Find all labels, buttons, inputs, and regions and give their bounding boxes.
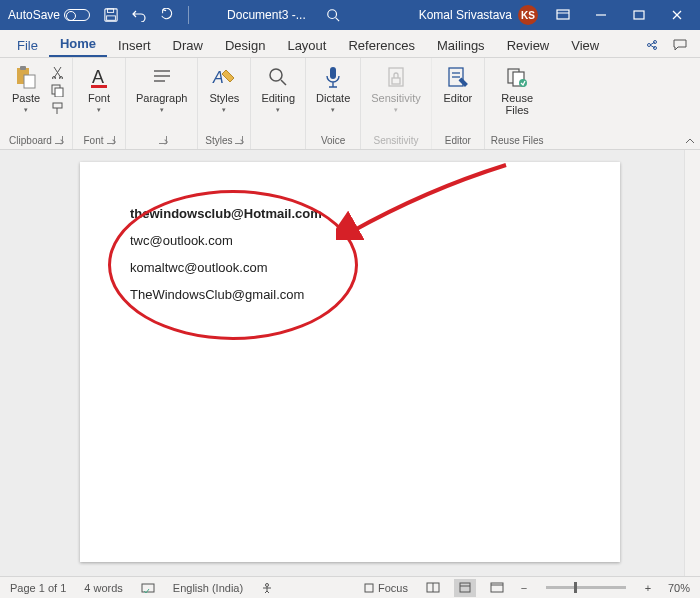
tab-draw[interactable]: Draw bbox=[162, 33, 214, 57]
search-icon[interactable] bbox=[322, 4, 344, 26]
paragraph-icon bbox=[150, 64, 174, 90]
share-icon[interactable] bbox=[638, 33, 666, 57]
comments-icon[interactable] bbox=[666, 33, 694, 57]
ribbon-display-icon[interactable] bbox=[544, 0, 582, 30]
autosave-toggle[interactable]: AutoSave bbox=[4, 8, 94, 22]
ribbon: Paste ▾ Clipboard A Font ▾ Font Paragrap bbox=[0, 58, 700, 150]
chevron-down-icon: ▾ bbox=[24, 106, 28, 114]
tab-file[interactable]: File bbox=[6, 33, 49, 57]
svg-rect-31 bbox=[389, 68, 403, 86]
sensitivity-icon bbox=[384, 64, 408, 90]
language[interactable]: English (India) bbox=[169, 582, 247, 594]
page-number[interactable]: Page 1 of 1 bbox=[6, 582, 70, 594]
accessibility-icon[interactable] bbox=[257, 582, 277, 594]
close-icon[interactable] bbox=[658, 0, 696, 30]
tab-layout[interactable]: Layout bbox=[276, 33, 337, 57]
group-clipboard: Paste ▾ Clipboard bbox=[0, 58, 73, 149]
dialog-launcher-icon[interactable] bbox=[107, 136, 115, 144]
group-voice: Dictate ▾ Voice bbox=[306, 58, 361, 149]
svg-text:A: A bbox=[92, 67, 104, 87]
find-icon bbox=[266, 64, 290, 90]
chevron-down-icon: ▾ bbox=[276, 106, 280, 114]
document-title[interactable]: Document3 -... bbox=[227, 8, 306, 22]
reuse-files-icon bbox=[505, 64, 529, 90]
dialog-launcher-icon[interactable] bbox=[235, 136, 243, 144]
collapse-ribbon-icon[interactable] bbox=[684, 135, 696, 147]
group-editing: Editing ▾ bbox=[251, 58, 306, 149]
minimize-icon[interactable] bbox=[582, 0, 620, 30]
dictate-button[interactable]: Dictate ▾ bbox=[312, 62, 354, 114]
font-button[interactable]: A Font ▾ bbox=[79, 62, 119, 114]
tab-view[interactable]: View bbox=[560, 33, 610, 57]
paste-icon bbox=[14, 64, 38, 90]
undo-icon[interactable] bbox=[128, 4, 150, 26]
styles-icon: A bbox=[212, 64, 236, 90]
doc-line[interactable]: TheWindowsClub@gmail.com bbox=[130, 287, 570, 302]
svg-text:A: A bbox=[212, 69, 224, 86]
svg-rect-21 bbox=[53, 103, 62, 108]
account-button[interactable]: Komal Srivastava KS bbox=[419, 5, 538, 25]
chevron-down-icon: ▾ bbox=[97, 106, 101, 114]
svg-point-11 bbox=[648, 44, 651, 47]
svg-line-29 bbox=[281, 80, 286, 85]
vertical-scrollbar[interactable] bbox=[684, 150, 700, 576]
format-painter-icon[interactable] bbox=[48, 100, 66, 116]
doc-line[interactable]: twc@outlook.com bbox=[130, 233, 570, 248]
cut-icon[interactable] bbox=[48, 64, 66, 80]
dialog-launcher-icon[interactable] bbox=[55, 136, 63, 144]
svg-rect-23 bbox=[91, 85, 107, 88]
paste-button[interactable]: Paste ▾ bbox=[6, 62, 46, 114]
group-styles: A Styles ▾ Styles bbox=[198, 58, 251, 149]
svg-rect-2 bbox=[107, 16, 116, 20]
spellcheck-icon[interactable] bbox=[137, 582, 159, 594]
copy-icon[interactable] bbox=[48, 82, 66, 98]
tab-design[interactable]: Design bbox=[214, 33, 276, 57]
group-sensitivity: Sensitivity ▾ Sensitivity bbox=[361, 58, 432, 149]
doc-line[interactable]: komaltwc@outlook.com bbox=[130, 260, 570, 275]
editor-button[interactable]: Editor bbox=[438, 62, 478, 104]
save-icon[interactable] bbox=[100, 4, 122, 26]
svg-rect-46 bbox=[491, 583, 503, 592]
tab-home[interactable]: Home bbox=[49, 31, 107, 57]
redo-icon[interactable] bbox=[156, 4, 178, 26]
ribbon-tabs: File Home Insert Draw Design Layout Refe… bbox=[0, 30, 700, 58]
zoom-level[interactable]: 70% bbox=[664, 582, 694, 594]
sensitivity-button: Sensitivity ▾ bbox=[367, 62, 425, 114]
zoom-out-icon[interactable]: − bbox=[518, 582, 530, 594]
paragraph-button[interactable]: Paragraph ▾ bbox=[132, 62, 191, 114]
doc-line[interactable]: thewindowsclub@Hotmail.com bbox=[130, 206, 570, 221]
zoom-slider[interactable] bbox=[546, 586, 626, 589]
tab-insert[interactable]: Insert bbox=[107, 33, 162, 57]
svg-rect-32 bbox=[392, 78, 400, 84]
svg-rect-15 bbox=[20, 66, 26, 70]
svg-rect-44 bbox=[460, 583, 470, 592]
reuse-files-button[interactable]: ReuseFiles bbox=[497, 62, 537, 116]
svg-point-28 bbox=[270, 69, 282, 81]
avatar: KS bbox=[518, 5, 538, 25]
title-bar: AutoSave Document3 -... Komal Srivastava… bbox=[0, 0, 700, 30]
tab-review[interactable]: Review bbox=[496, 33, 561, 57]
editing-button[interactable]: Editing ▾ bbox=[257, 62, 299, 114]
maximize-icon[interactable] bbox=[620, 0, 658, 30]
user-name: Komal Srivastava bbox=[419, 8, 512, 22]
autosave-label: AutoSave bbox=[8, 8, 60, 22]
print-layout-icon[interactable] bbox=[454, 579, 476, 597]
svg-line-4 bbox=[335, 18, 339, 22]
word-count[interactable]: 4 words bbox=[80, 582, 127, 594]
svg-rect-41 bbox=[365, 584, 373, 592]
tab-mailings[interactable]: Mailings bbox=[426, 33, 496, 57]
font-icon: A bbox=[87, 64, 111, 90]
status-bar: Page 1 of 1 4 words English (India) Focu… bbox=[0, 576, 700, 598]
focus-mode[interactable]: Focus bbox=[359, 582, 412, 594]
dialog-launcher-icon[interactable] bbox=[159, 136, 167, 144]
svg-rect-16 bbox=[24, 75, 35, 88]
chevron-down-icon: ▾ bbox=[394, 106, 398, 114]
read-mode-icon[interactable] bbox=[422, 579, 444, 597]
web-layout-icon[interactable] bbox=[486, 579, 508, 597]
document-area: thewindowsclub@Hotmail.com twc@outlook.c… bbox=[0, 150, 700, 576]
tab-references[interactable]: References bbox=[337, 33, 425, 57]
chevron-down-icon: ▾ bbox=[331, 106, 335, 114]
document-page[interactable]: thewindowsclub@Hotmail.com twc@outlook.c… bbox=[80, 162, 620, 562]
zoom-in-icon[interactable]: + bbox=[642, 582, 654, 594]
styles-button[interactable]: A Styles ▾ bbox=[204, 62, 244, 114]
